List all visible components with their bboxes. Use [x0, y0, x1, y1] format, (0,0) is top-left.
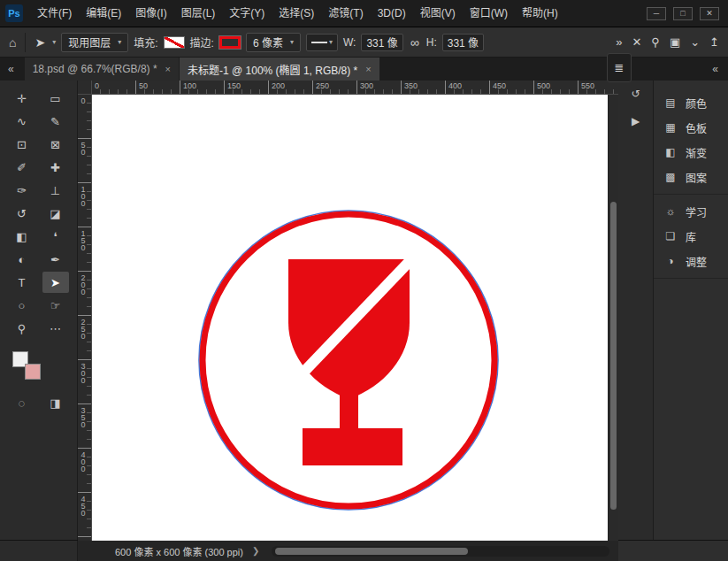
panel-item-color[interactable]: ▤颜色 [654, 90, 728, 115]
tools-grid: ✛▭∿✎⊡⊠✐✚✑⊥↺◪◧❛◐✒T➤○☞⚲⋯ [9, 88, 69, 339]
menu-item-9[interactable]: 视图(V) [413, 0, 463, 27]
chevron-down-icon: ▾ [329, 38, 333, 46]
fill-swatch[interactable] [164, 36, 185, 49]
window-controls: ─ □ ✕ [647, 7, 728, 20]
search-icon[interactable]: ⚲ [651, 35, 660, 49]
horizontal-scrollbar-thumb[interactable] [275, 548, 468, 555]
menu-item-10[interactable]: 窗口(W) [463, 0, 515, 27]
quick-mask-button[interactable]: ◌ [9, 392, 35, 413]
h-ruler-number: 350 [404, 81, 418, 90]
panel-item-adjustments[interactable]: ◑调整 [654, 249, 728, 273]
h-ruler-number: 0 [95, 81, 99, 90]
dodge-tool[interactable]: ◐ [9, 249, 35, 270]
crop-tool[interactable]: ⊡ [9, 134, 35, 155]
frame-icon: ⊠ [50, 138, 60, 151]
blur-tool[interactable]: ❛ [42, 226, 69, 247]
close-icon[interactable]: ✕ [632, 35, 641, 49]
lasso-tool[interactable]: ∿ [9, 111, 35, 132]
menu-item-4[interactable]: 图层(L) [174, 0, 223, 27]
h-ruler-number: 50 [139, 81, 148, 90]
menu-item-8[interactable]: 3D(D) [371, 0, 413, 27]
menu-item-5[interactable]: 文字(Y) [222, 0, 272, 27]
eyedropper-tool[interactable]: ✐ [9, 157, 35, 178]
close-button[interactable]: ✕ [700, 7, 719, 20]
width-label: W: [343, 36, 356, 49]
h-ruler-number: 100 [183, 81, 196, 90]
link-dimensions-icon[interactable]: ∞ [409, 35, 421, 50]
menu-item-1[interactable]: 文件(F) [30, 0, 79, 27]
document-tab-2[interactable]: 未标题-1 @ 100% (椭圆 1, RGB/8) *× [180, 58, 379, 81]
menu-item-7[interactable]: 滤镜(T) [321, 0, 370, 27]
menu-item-6[interactable]: 选择(S) [272, 0, 321, 27]
current-tool-icon[interactable]: ➤ [33, 35, 47, 50]
stroke-type-dropdown[interactable]: ▾ [306, 34, 338, 51]
horizontal-scrollbar[interactable] [272, 546, 609, 557]
panel-item-libraries[interactable]: ❏库 [654, 224, 728, 249]
panel-item-learn[interactable]: ☼学习 [654, 199, 728, 224]
stroke-swatch[interactable] [219, 36, 241, 49]
share-icon[interactable]: ↥ [709, 35, 719, 49]
menu-item-11[interactable]: 帮助(H) [515, 0, 565, 27]
quick-selection-tool[interactable]: ✎ [42, 111, 69, 132]
close-icon[interactable]: × [365, 64, 371, 74]
v-ruler-number: 200 [79, 273, 88, 295]
frame-tool[interactable]: ⊠ [42, 134, 69, 155]
collapsed-panel-dock: ≣↺▶ [618, 81, 654, 540]
more-tools-tool[interactable]: ⋯ [42, 318, 69, 339]
actions-panel-icon[interactable]: ▶ [624, 111, 648, 132]
screen-mode-button[interactable]: ◨ [42, 392, 69, 413]
minimize-button[interactable]: ─ [647, 7, 666, 20]
clone-stamp-tool[interactable]: ⊥ [42, 180, 69, 201]
vertical-ruler[interactable]: 050100150200250300350400450500 [78, 95, 92, 541]
collapse-panels-right-icon[interactable]: « [702, 63, 728, 75]
collapse-panels-left-icon[interactable]: « [0, 63, 25, 75]
panel-item-gradients[interactable]: ◧渐变 [654, 140, 728, 165]
document-tab-1[interactable]: 18.psd @ 66.7%(RGB/8) *× [25, 58, 179, 81]
rectangular-marquee-tool[interactable]: ▭ [42, 88, 69, 109]
horizontal-ruler[interactable]: 050100150200250300350400450500550 [92, 81, 618, 95]
workspace-switcher-icon[interactable]: ▣ [670, 35, 680, 49]
v-ruler-number: 300 [79, 362, 88, 383]
maximize-button[interactable]: □ [673, 7, 693, 20]
width-field[interactable]: 331 像 [361, 34, 402, 51]
overflow-icon[interactable]: » [616, 35, 622, 49]
ellipse-tool[interactable]: ○ [9, 295, 35, 316]
vertical-scrollbar[interactable] [608, 95, 618, 541]
v-ruler-number: 100 [79, 185, 88, 206]
background-color-swatch[interactable] [25, 364, 41, 380]
gradient-tool[interactable]: ◧ [9, 226, 35, 247]
stroke-width-dropdown[interactable]: 6 像素 ▾ [246, 33, 301, 52]
history-brush-tool[interactable]: ↺ [9, 203, 35, 224]
history-panel-icon[interactable]: ↺ [624, 83, 648, 104]
zoom-tool[interactable]: ⚲ [9, 318, 35, 339]
eraser-tool[interactable]: ◪ [42, 203, 69, 224]
brush-tool[interactable]: ✑ [9, 180, 35, 201]
type-tool[interactable]: T [9, 272, 35, 293]
properties-panel-icon[interactable]: ≣ [607, 53, 632, 82]
toolbar-extra-icons: ◌◨ [9, 392, 69, 413]
path-selection-tool[interactable]: ➤ [42, 272, 69, 293]
ellipse-icon: ○ [19, 299, 26, 312]
panel-item-swatches[interactable]: ▦色板 [654, 115, 728, 140]
close-icon[interactable]: × [165, 64, 171, 74]
move-tool[interactable]: ✛ [9, 88, 35, 109]
home-icon[interactable]: ⌂ [7, 35, 18, 50]
eyedropper-icon: ✐ [17, 161, 27, 174]
chevron-down-icon[interactable]: ⌄ [690, 35, 700, 49]
hand-tool[interactable]: ☞ [42, 295, 69, 316]
height-field[interactable]: 331 像 [442, 34, 484, 51]
status-chevron-icon[interactable]: ❯ [252, 546, 259, 556]
healing-brush-tool[interactable]: ✚ [42, 157, 69, 178]
panel-item-patterns[interactable]: ▩图案 [654, 165, 728, 189]
h-ruler-number: 250 [316, 81, 329, 90]
vertical-scrollbar-thumb[interactable] [610, 202, 617, 510]
document-canvas[interactable] [92, 95, 608, 541]
zoom-icon: ⚲ [18, 322, 27, 335]
menu-item-3[interactable]: 图像(I) [128, 0, 173, 27]
select-mode-dropdown[interactable]: 现用图层 ▾ [61, 33, 128, 52]
pen-tool[interactable]: ✒ [42, 249, 69, 270]
path-selection-icon: ➤ [50, 276, 60, 289]
v-ruler-number: 400 [79, 450, 88, 472]
menu-item-2[interactable]: 编辑(E) [79, 0, 128, 27]
ruler-corner[interactable] [78, 81, 92, 95]
